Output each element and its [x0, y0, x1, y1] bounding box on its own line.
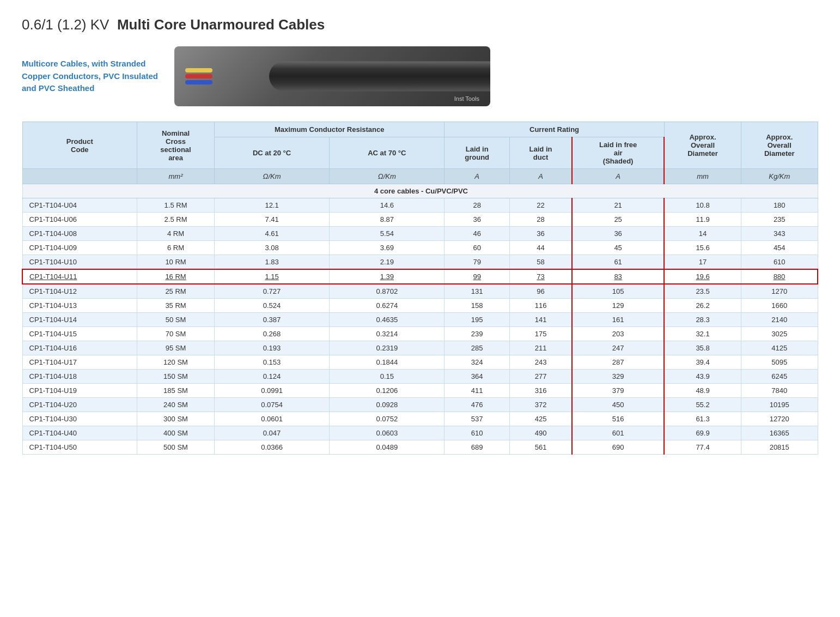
- subtitle-section: Multicore Cables, with Stranded Copper C…: [22, 46, 818, 106]
- wire-red: [185, 74, 212, 78]
- table-row: CP1-T104-U40400 SM0.0470.060361049060169…: [22, 426, 818, 440]
- col-approx-weight: Approx.OverallDiameter: [741, 122, 818, 169]
- wire-blue: [185, 80, 212, 84]
- col-laid-ground: Laid inground: [445, 137, 509, 169]
- section-header-label: 4 core cables - Cu/PVC/PVC: [22, 184, 818, 198]
- table-row: CP1-T104-U20240 SM0.07540.09284763724505…: [22, 398, 818, 412]
- wire-yellow: [185, 68, 212, 72]
- cable-image-label: Inst Tools: [454, 95, 479, 102]
- col-nominal-cross: NominalCrosssectionalarea: [137, 122, 215, 169]
- table-row: CP1-T104-U1335 RM0.5240.627415811612926.…: [22, 299, 818, 313]
- cable-image: Inst Tools: [174, 46, 490, 106]
- col-product-code: ProductCode: [22, 122, 137, 169]
- table-body: 4 core cables - Cu/PVC/PVC CP1-T104-U041…: [22, 184, 818, 455]
- cable-end: [185, 68, 212, 84]
- unit-ac70: Ω/Km: [330, 169, 445, 184]
- units-row: mm² Ω/Km Ω/Km A A A mm Kg/Km: [22, 169, 818, 184]
- table-row: CP1-T104-U1450 SM0.3870.463519514116128.…: [22, 313, 818, 327]
- col-laid-free-air: Laid in freeair(Shaded): [572, 137, 664, 169]
- table-row: CP1-T104-U19185 SM0.09910.12064113163794…: [22, 384, 818, 398]
- unit-duct: A: [509, 169, 572, 184]
- unit-dc20: Ω/Km: [214, 169, 329, 184]
- unit-weight: Kg/Km: [741, 169, 818, 184]
- cable-body: [269, 62, 490, 92]
- table-row: CP1-T104-U1570 SM0.2680.321423917520332.…: [22, 327, 818, 341]
- unit-free-air: A: [572, 169, 664, 184]
- unit-product-code: [22, 169, 137, 184]
- table-row: CP1-T104-U1010 RM1.832.1979586117610: [22, 255, 818, 270]
- unit-diameter: mm: [664, 169, 741, 184]
- specifications-table: ProductCode NominalCrosssectionalarea Ma…: [22, 122, 818, 455]
- table-row: CP1-T104-U041.5 RM12.114.628222110.8180: [22, 198, 818, 213]
- page-title: 0.6/1 (1.2) KV Multi Core Unarmoured Cab…: [22, 16, 818, 33]
- table-row: CP1-T104-U1695 SM0.1930.231928521124735.…: [22, 341, 818, 355]
- table-row: CP1-T104-U1225 RM0.7270.87021319610523.5…: [22, 284, 818, 299]
- col-dc20: DC at 20 °C: [214, 137, 329, 169]
- col-current-rating: Current Rating: [445, 122, 664, 137]
- col-laid-duct: Laid induct: [509, 137, 572, 169]
- table-row: CP1-T104-U1116 RM1.151.3999738319.6880: [22, 269, 818, 284]
- header-row-1: ProductCode NominalCrosssectionalarea Ma…: [22, 122, 818, 137]
- table-row: CP1-T104-U17120 SM0.1530.184432424328739…: [22, 355, 818, 370]
- unit-nominal: mm²: [137, 169, 215, 184]
- col-max-conductor: Maximum Conductor Resistance: [214, 122, 445, 137]
- table-row: CP1-T104-U062.5 RM7.418.8736282511.9235: [22, 213, 818, 227]
- section-header-row: 4 core cables - Cu/PVC/PVC: [22, 184, 818, 198]
- unit-ground: A: [445, 169, 509, 184]
- table-row: CP1-T104-U30300 SM0.06010.07525374255166…: [22, 412, 818, 426]
- subtitle-text: Multicore Cables, with Stranded Copper C…: [22, 58, 158, 95]
- table-row: CP1-T104-U50500 SM0.03660.04896895616907…: [22, 440, 818, 455]
- table-row: CP1-T104-U096 RM3.083.6960444515.6454: [22, 241, 818, 255]
- col-approx-diameter: Approx.OverallDiameter: [664, 122, 741, 169]
- table-row: CP1-T104-U084 RM4.615.5446363614343: [22, 227, 818, 241]
- col-ac70: AC at 70 °C: [330, 137, 445, 169]
- table-row: CP1-T104-U18150 SM0.1240.1536427732943.9…: [22, 370, 818, 384]
